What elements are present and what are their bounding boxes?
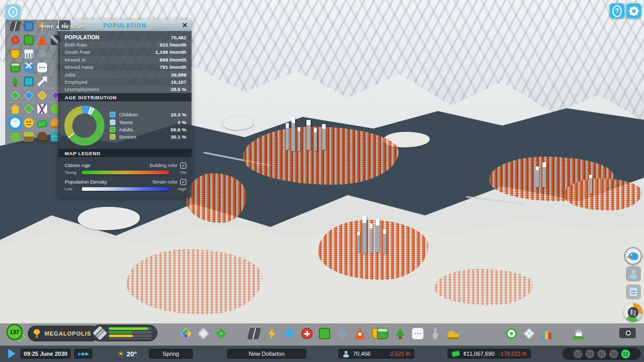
- zones-icon[interactable]: [180, 328, 192, 339]
- play-button[interactable]: [5, 349, 18, 359]
- progress-bars: [109, 327, 152, 339]
- journal-button[interactable]: [626, 284, 641, 299]
- city-cluster: [243, 127, 399, 185]
- healthcare-icon[interactable]: [301, 328, 313, 339]
- stat-row: Moved Away791 /month: [58, 64, 192, 71]
- fire-safety-icon[interactable]: [37, 35, 47, 45]
- skyscraper: [298, 127, 300, 151]
- infoview-row: [5, 116, 60, 130]
- neutral-face-icon: [574, 350, 582, 358]
- parks-icon[interactable]: [394, 328, 406, 339]
- chirper-button[interactable]: [624, 247, 642, 265]
- main-toolbar: 137 MEGALOPOLIS: [0, 323, 644, 345]
- person-icon: [629, 269, 638, 279]
- happiness-icon[interactable]: [24, 118, 34, 128]
- suburb-cluster: [435, 269, 533, 305]
- skyscraper: [376, 219, 379, 252]
- education-icon[interactable]: [336, 328, 348, 339]
- assets-icon[interactable]: [198, 328, 209, 339]
- administration-icon[interactable]: [24, 49, 34, 59]
- statistics-icon[interactable]: [541, 328, 552, 339]
- toolbar-group: [248, 328, 383, 339]
- skyscraper: [306, 120, 311, 150]
- heating-icon[interactable]: [10, 35, 20, 45]
- infoview-row: [5, 34, 60, 48]
- terrain-color-label: Terrain color: [152, 179, 178, 185]
- education-icon[interactable]: [37, 49, 47, 59]
- communications-icon[interactable]: [412, 328, 423, 339]
- speed-arrow-icon: ▶: [82, 351, 85, 356]
- legend-row: Children10.3 %: [110, 111, 186, 118]
- bulldozer-icon[interactable]: [447, 328, 459, 339]
- settings-button[interactable]: [626, 3, 641, 19]
- citizen-age-gradient: [82, 171, 169, 174]
- population-icon[interactable]: [10, 118, 20, 128]
- mail-icon[interactable]: [24, 63, 34, 72]
- landfill-icon[interactable]: [10, 132, 20, 142]
- bridge: [466, 196, 524, 205]
- skyscraper: [291, 117, 295, 151]
- parks-icon[interactable]: [10, 77, 20, 86]
- city-name-button[interactable]: New Dollarton: [226, 348, 307, 359]
- screens-icon[interactable]: [24, 21, 34, 31]
- citizens-button[interactable]: [626, 266, 641, 281]
- transport-icon[interactable]: [377, 328, 388, 339]
- roads-icon[interactable]: [247, 328, 261, 339]
- statistics-line-icon[interactable]: [37, 104, 47, 114]
- infoviews-button[interactable]: i: [5, 4, 21, 20]
- infoview-row: [5, 61, 60, 75]
- zone-residential-icon[interactable]: [10, 90, 20, 100]
- photo-mode-icon[interactable]: [619, 328, 636, 338]
- close-icon[interactable]: ×: [179, 20, 189, 31]
- ground-pollution-icon[interactable]: [24, 132, 34, 142]
- density-max-label: High: [172, 187, 186, 191]
- progress-widget[interactable]: [91, 325, 157, 341]
- city-cluster: [318, 220, 428, 280]
- noise-pollution-icon[interactable]: [37, 132, 47, 142]
- skyscraper: [322, 124, 326, 150]
- building-color-checkbox[interactable]: ✓: [180, 162, 186, 169]
- milestone-points-badge[interactable]: 137: [6, 324, 23, 340]
- infoviews-sidebar: [5, 20, 60, 144]
- eco-house-icon[interactable]: [573, 328, 584, 339]
- population-count: 70,466: [353, 351, 371, 357]
- milestone-button[interactable]: MEGALOPOLIS: [28, 326, 99, 341]
- electricity-icon[interactable]: [266, 328, 277, 339]
- stat-row: Birth Rate922 /month: [58, 41, 192, 48]
- landscaping-icon[interactable]: [430, 328, 441, 339]
- routes-icon[interactable]: [37, 77, 47, 86]
- fire-rescue-icon[interactable]: [354, 328, 365, 339]
- tooltip: FIRE & RESCUE: [41, 24, 85, 29]
- economy-money-icon[interactable]: [37, 119, 48, 128]
- roads-icon[interactable]: [9, 21, 22, 31]
- panel-title: POPULATION: [103, 22, 146, 28]
- stat-row: Death Rate1,196 /month: [58, 49, 192, 56]
- sun-icon: ☀: [118, 350, 124, 358]
- vegetation-icon[interactable]: [215, 328, 227, 339]
- zone-industrial-icon[interactable]: [37, 90, 47, 100]
- map-tiles-icon[interactable]: [523, 328, 535, 339]
- garbage-icon[interactable]: [24, 35, 34, 45]
- zone-commercial-icon[interactable]: [24, 90, 34, 100]
- stat-row: Jobs39,898: [58, 71, 192, 78]
- suburb-cluster: [127, 249, 262, 314]
- speed-control[interactable]: ▶▶▶: [74, 348, 93, 359]
- economy-icon[interactable]: [506, 328, 517, 339]
- terrain-color-checkbox[interactable]: ✓: [180, 179, 186, 185]
- help-button[interactable]: ?: [609, 3, 625, 19]
- battery-icon[interactable]: [24, 77, 34, 86]
- police-icon[interactable]: [10, 49, 20, 59]
- skyscraper: [543, 162, 546, 187]
- communications-icon[interactable]: [37, 63, 47, 72]
- gear-icon: [630, 7, 638, 15]
- land-value-icon[interactable]: [24, 104, 34, 114]
- residential-demand-icon[interactable]: [10, 104, 20, 114]
- water-icon[interactable]: [283, 327, 296, 340]
- transport-icon[interactable]: [10, 63, 20, 72]
- skyscraper: [370, 223, 373, 253]
- stat-row: POPULATION70,462: [58, 34, 192, 41]
- age-legend: Children10.3 %Teens3 %Adults56.6 %Senior…: [110, 111, 186, 141]
- season-button[interactable]: Spring: [148, 348, 194, 359]
- progress-wheel-button[interactable]: [624, 303, 642, 322]
- garbage-icon[interactable]: [319, 328, 330, 339]
